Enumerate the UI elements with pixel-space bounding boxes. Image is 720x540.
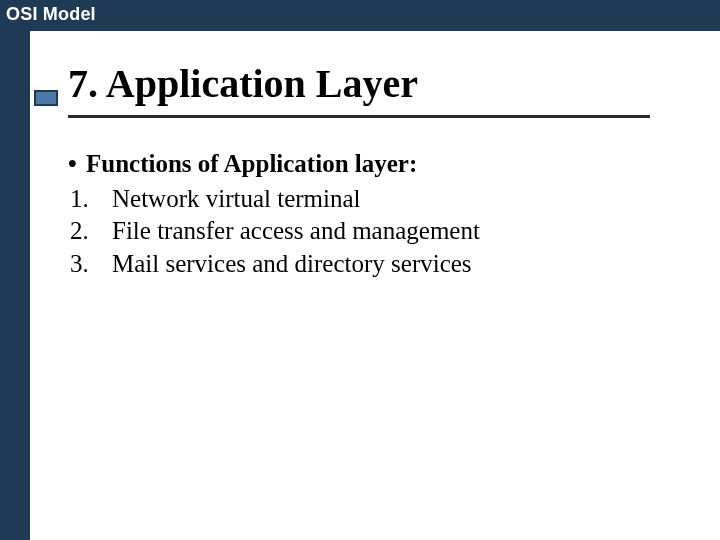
list-item: 3. Mail services and directory services [70, 248, 668, 281]
bullet-icon: • [68, 148, 86, 181]
header-bar: OSI Model [0, 0, 720, 31]
header-title: OSI Model [6, 4, 96, 24]
left-rail [0, 30, 30, 540]
numbered-list: 1. Network virtual terminal 2. File tran… [68, 183, 668, 281]
list-item-text: File transfer access and management [112, 215, 480, 248]
slide-title-block: 7. Application Layer [68, 60, 650, 118]
slide-title: 7. Application Layer [68, 60, 650, 113]
subheading-row: •Functions of Application layer: [68, 148, 668, 181]
list-item: 1. Network virtual terminal [70, 183, 668, 216]
title-underline [68, 115, 650, 118]
list-item-number: 3. [70, 248, 96, 281]
slide-content: •Functions of Application layer: 1. Netw… [68, 148, 668, 280]
subheading-text: Functions of Application layer: [86, 150, 417, 177]
title-accent-square [34, 90, 58, 106]
list-item-text: Network virtual terminal [112, 183, 361, 216]
list-item-number: 1. [70, 183, 96, 216]
list-item-number: 2. [70, 215, 96, 248]
list-item-text: Mail services and directory services [112, 248, 472, 281]
list-item: 2. File transfer access and management [70, 215, 668, 248]
